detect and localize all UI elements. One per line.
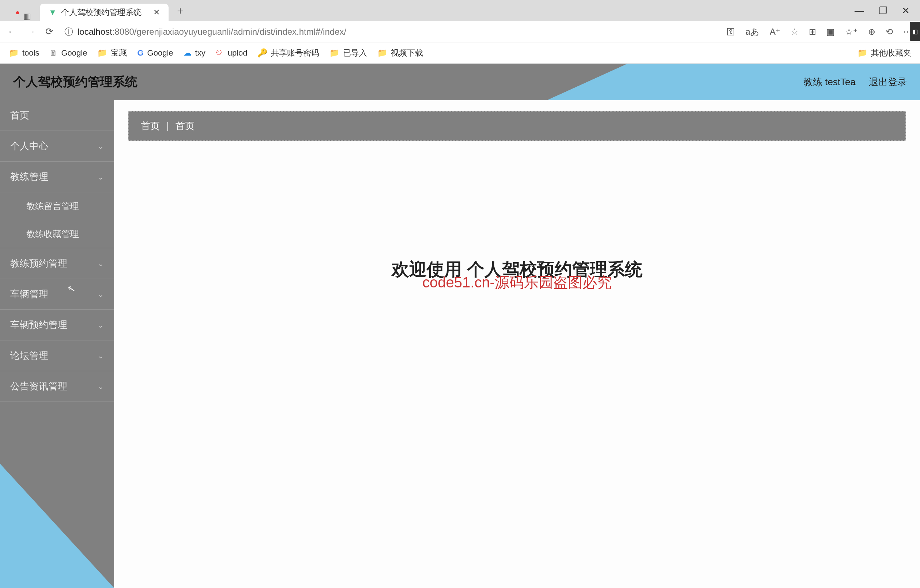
sidebar: 首页 个人中心 ⌄ 教练管理 ⌄ 教练留言管理 教练收藏管理	[0, 100, 114, 588]
sidebar-item-personal[interactable]: 个人中心 ⌄	[0, 131, 114, 162]
watermark-stamp: code51.cn-源码乐园盗图必究	[422, 272, 612, 293]
app-install-icon[interactable]: ⊕	[868, 27, 875, 37]
sidebar-item-label: 公告资讯管理	[10, 380, 67, 393]
reader-icon[interactable]: A⁺	[770, 27, 780, 37]
folder-icon: 📁	[9, 48, 19, 58]
browser-tab-active[interactable]: ▼ 个人驾校预约管理系统 ✕	[40, 4, 168, 21]
nav-back-icon[interactable]: ←	[5, 26, 19, 37]
sidebar-item-label: 车辆管理	[10, 288, 48, 301]
bookmark-video[interactable]: 📁视频下载	[377, 47, 423, 58]
sidebar-item-coach-booking[interactable]: 教练预约管理 ⌄	[0, 248, 114, 279]
bookmark-google2[interactable]: GGoogle	[137, 48, 173, 58]
bookmark-imported[interactable]: 📁已导入	[329, 47, 367, 58]
sidebar-item-vehicle-booking[interactable]: 车辆预约管理 ⌄	[0, 310, 114, 340]
extensions-icon[interactable]: ⊞	[809, 27, 816, 37]
sidebar-item-label: 车辆预约管理	[10, 319, 67, 331]
logout-link[interactable]: 退出登录	[869, 76, 907, 89]
cloud-icon: ☁	[183, 48, 192, 58]
key-icon: 🔑	[258, 48, 267, 58]
password-key-icon[interactable]: ⚿	[727, 27, 735, 37]
sidebar-item-label: 首页	[10, 109, 29, 122]
sidebar-item-label: 论坛管理	[10, 349, 48, 362]
split-screen-icon[interactable]: ▣	[826, 27, 835, 37]
bookmark-txy[interactable]: ☁txy	[183, 48, 206, 58]
breadcrumb-separator: |	[166, 120, 169, 132]
new-tab-button[interactable]: ＋	[175, 4, 185, 21]
nav-forward-icon[interactable]: →	[24, 26, 38, 37]
bookmark-other[interactable]: 📁其他收藏夹	[857, 47, 911, 58]
browser-chrome: ▥ ▼ 个人驾校预约管理系统 ✕ ＋ ← → ⟳ ⓘ localhost:808…	[0, 0, 920, 588]
sidebar-item-vehicle-mgmt[interactable]: 车辆管理 ⌄	[0, 279, 114, 310]
url-field[interactable]: ⓘ localhost:8080/gerenjiaxiaoyuyueguanli…	[61, 26, 721, 38]
chevron-down-icon: ⌄	[98, 259, 104, 268]
address-actions: ⚿ aあ A⁺ ☆ ⊞ ▣ ☆⁺ ⊕ ⟲ ⋯	[727, 26, 915, 38]
vue-favicon-icon: ▼	[49, 8, 57, 17]
sidebar-item-forum[interactable]: 论坛管理 ⌄	[0, 340, 114, 371]
chevron-down-icon: ⌄	[98, 382, 104, 391]
translate-icon[interactable]: aあ	[745, 26, 760, 38]
sync-icon[interactable]: ⟲	[886, 27, 893, 37]
window-restore-icon[interactable]: ❐	[879, 5, 887, 16]
upload-icon: ల	[216, 48, 224, 58]
app-title: 个人驾校预约管理系统	[13, 73, 138, 90]
folder-icon: 📁	[857, 48, 867, 58]
sidebar-item-label: 教练收藏管理	[26, 229, 79, 239]
breadcrumb-item: 首页	[175, 120, 194, 132]
breadcrumb-item[interactable]: 首页	[141, 120, 160, 132]
profile-avatar-icon[interactable]	[10, 12, 18, 21]
chevron-down-icon: ⌄	[98, 142, 104, 151]
window-controls: — ❐ ✕	[844, 0, 920, 21]
nav-refresh-icon[interactable]: ⟳	[43, 26, 55, 37]
window-minimize-icon[interactable]: —	[855, 5, 864, 16]
address-bar: ← → ⟳ ⓘ localhost:8080/gerenjiaxiaoyuyue…	[0, 21, 920, 42]
collections-icon[interactable]: ☆⁺	[845, 27, 858, 37]
bookmark-uplod[interactable]: లuplod	[216, 48, 248, 58]
chevron-down-icon: ⌄	[98, 352, 104, 360]
bookmark-tools[interactable]: 📁tools	[9, 48, 39, 58]
breadcrumb: 首页 | 首页	[128, 111, 906, 141]
url-text: localhost:8080/gerenjiaxiaoyuyueguanli/a…	[78, 27, 346, 37]
chevron-down-icon: ⌄	[98, 173, 104, 181]
bookmark-bar: 📁tools 🗎Google 📁宝藏 GGoogle ☁txy లuplod 🔑…	[0, 42, 920, 64]
tab-close-icon[interactable]: ✕	[153, 8, 160, 17]
page-icon: 🗎	[49, 48, 57, 58]
main-content: 首页 | 首页 欢迎使用 个人驾校预约管理系统 code51.cn-源码乐园盗图…	[114, 100, 920, 588]
bookmark-shared[interactable]: 🔑共享账号密码	[258, 47, 319, 58]
sidebar-item-coach-mgmt[interactable]: 教练管理 ⌄	[0, 162, 114, 192]
sidebar-subitem-coach-msg[interactable]: 教练留言管理	[0, 192, 114, 220]
sidebar-item-home[interactable]: 首页	[0, 100, 114, 131]
folder-icon: 📁	[97, 48, 107, 58]
sidebar-item-label: 教练预约管理	[10, 257, 67, 270]
chevron-down-icon: ⌄	[98, 290, 104, 299]
tab-bar: ▥ ▼ 个人驾校预约管理系统 ✕ ＋	[0, 0, 920, 21]
favorite-star-icon[interactable]: ☆	[790, 27, 799, 37]
google-icon: G	[137, 48, 143, 58]
app-header: 个人驾校预约管理系统 教练 testTea 退出登录	[0, 64, 920, 100]
site-info-icon[interactable]: ⓘ	[64, 26, 73, 38]
sidebar-subitem-coach-fav[interactable]: 教练收藏管理	[0, 220, 114, 248]
sidebar-item-label: 教练留言管理	[26, 201, 79, 211]
tab-panel-icon[interactable]: ▥	[23, 12, 31, 21]
folder-icon: 📁	[329, 48, 339, 58]
sidebar-item-label: 个人中心	[10, 140, 48, 152]
folder-icon: 📁	[377, 48, 387, 58]
bookmark-baozang[interactable]: 📁宝藏	[97, 47, 127, 58]
bookmark-google[interactable]: 🗎Google	[49, 48, 87, 58]
app-shell: 个人驾校预约管理系统 教练 testTea 退出登录 首页 个人中心 ⌄	[0, 64, 920, 588]
window-close-icon[interactable]: ✕	[902, 5, 910, 16]
tab-title: 个人驾校预约管理系统	[61, 7, 141, 18]
current-user-label[interactable]: 教练 testTea	[803, 76, 856, 89]
sidebar-item-label: 教练管理	[10, 170, 48, 183]
sidebar-accent-triangle	[0, 464, 114, 588]
sidepanel-toggle[interactable]: ◧	[910, 22, 920, 41]
sidebar-item-notice[interactable]: 公告资讯管理 ⌄	[0, 371, 114, 402]
chevron-down-icon: ⌄	[98, 321, 104, 329]
